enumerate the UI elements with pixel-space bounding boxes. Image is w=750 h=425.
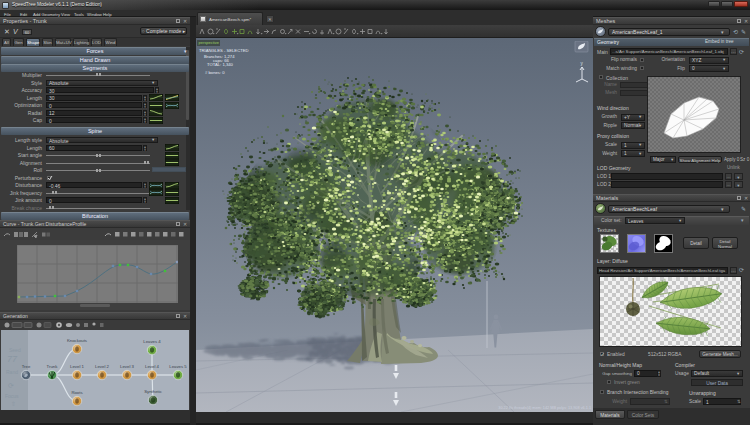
svg-text:Trunk: Trunk <box>47 364 59 369</box>
svg-text:77: 77 <box>7 354 18 364</box>
svg-text:Knockouts: Knockouts <box>67 338 87 343</box>
svg-text:Level 4: Level 4 <box>145 364 159 369</box>
svg-text:Leaves 4: Leaves 4 <box>143 339 161 344</box>
svg-text:Level 3: Level 3 <box>120 364 134 369</box>
svg-text:⟳: ⟳ <box>8 382 14 389</box>
svg-text:⇧: ⇧ <box>11 401 16 407</box>
svg-text:Focus: Focus <box>5 393 19 399</box>
svg-text:y: y <box>581 61 584 66</box>
svg-text:Level 1: Level 1 <box>70 364 84 369</box>
svg-text:Leaves 5: Leaves 5 <box>169 364 187 369</box>
svg-text:Tree: Tree <box>22 364 31 369</box>
svg-text:Rand: Rand <box>6 369 18 375</box>
svg-text:Seed: Seed <box>9 347 21 353</box>
svg-text:Roots: Roots <box>71 390 82 395</box>
svg-text:Synthetic: Synthetic <box>144 389 163 394</box>
svg-text:Level 2: Level 2 <box>95 364 109 369</box>
